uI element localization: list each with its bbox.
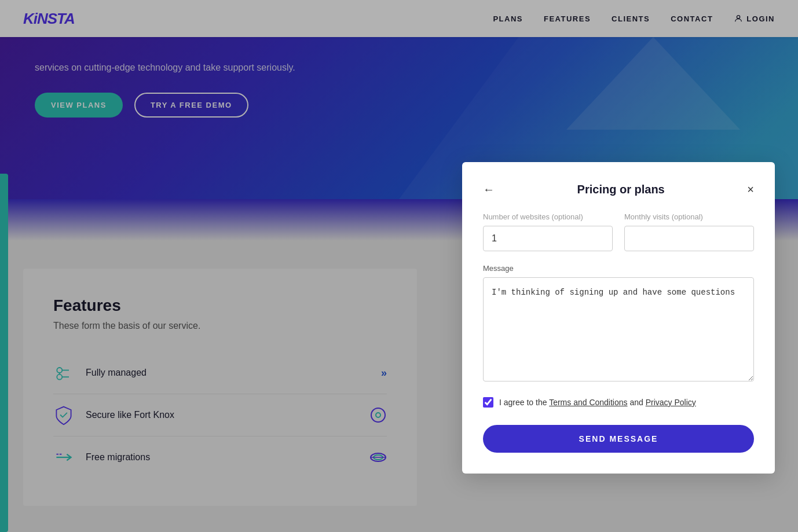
monthly-visits-group: Monthly visits (optional) — [624, 212, 754, 251]
num-websites-input[interactable] — [483, 226, 613, 251]
terms-checkbox-row: I agree to the Terms and Conditions and … — [483, 397, 754, 409]
modal-close-button[interactable]: × — [747, 183, 754, 196]
send-message-button[interactable]: SEND MESSAGE — [483, 425, 754, 453]
modal-back-button[interactable]: ← — [483, 183, 495, 196]
message-group: Message I'm thinking of signing up and h… — [483, 264, 754, 384]
num-websites-label: Number of websites (optional) — [483, 212, 613, 221]
modal-dialog: ← Pricing or plans × Number of websites … — [462, 162, 775, 474]
terms-link[interactable]: Terms and Conditions — [549, 398, 627, 407]
num-websites-group: Number of websites (optional) — [483, 212, 613, 251]
monthly-visits-input[interactable] — [624, 226, 754, 251]
terms-checkbox[interactable] — [483, 397, 493, 408]
modal-header: ← Pricing or plans × — [483, 183, 754, 196]
form-row-top: Number of websites (optional) Monthly vi… — [483, 212, 754, 251]
privacy-link[interactable]: Privacy Policy — [646, 398, 696, 407]
modal-title: Pricing or plans — [495, 183, 747, 196]
message-label: Message — [483, 264, 754, 273]
monthly-visits-label: Monthly visits (optional) — [624, 212, 754, 221]
modal-overlay: ← Pricing or plans × Number of websites … — [0, 0, 798, 532]
checkbox-label: I agree to the Terms and Conditions and … — [499, 397, 696, 409]
message-textarea[interactable]: I'm thinking of signing up and have some… — [483, 277, 754, 381]
